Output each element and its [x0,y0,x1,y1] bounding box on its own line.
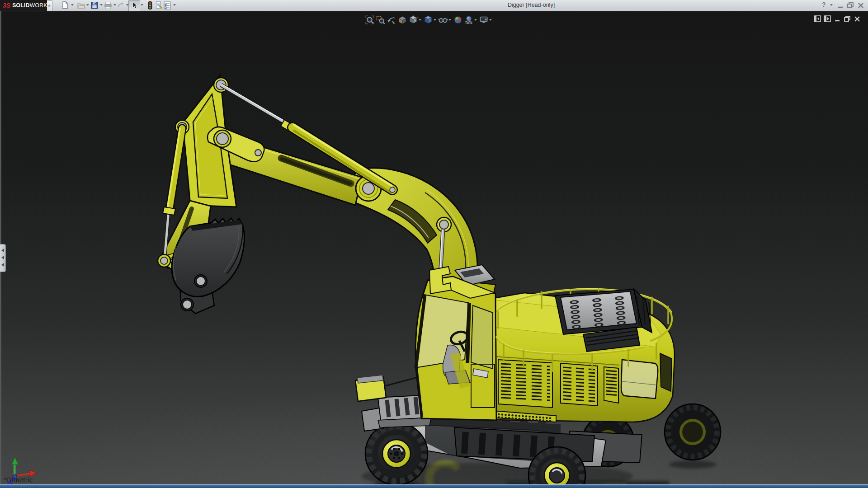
open-dropdown[interactable] [86,4,89,6]
print-dropdown[interactable] [113,4,116,6]
view-settings-icon[interactable] [479,15,489,25]
display-style-dropdown[interactable] [434,19,436,21]
front-wheel[interactable] [365,422,428,485]
view-settings-dropdown[interactable] [489,19,492,21]
window-title: Digger [Read-only] [481,2,581,8]
hide-show-items-dropdown[interactable] [448,19,451,21]
rear-wheel-far[interactable] [665,404,721,460]
display-style-icon[interactable] [423,15,433,25]
new-document-icon[interactable] [61,1,70,10]
apply-scene-icon[interactable] [464,15,474,25]
view-orientation-icon[interactable] [408,15,418,25]
file-properties-icon[interactable] [155,1,164,10]
save-dropdown[interactable] [100,4,103,6]
section-view-icon[interactable] [397,15,407,25]
solidworks-window: *Dimetric [0,0,868,488]
restore-button[interactable] [847,1,855,9]
document-window-controls [813,15,863,23]
pane-toggle-left-icon[interactable] [813,15,823,23]
solidworks-logo: 3S SOLID WORKS [0,0,47,11]
apply-scene-dropdown[interactable] [474,19,477,21]
edit-appearance-icon[interactable] [453,15,463,25]
help-dropdown[interactable] [830,4,833,6]
options-dropdown[interactable] [173,4,176,6]
new-dropdown[interactable] [71,4,74,6]
select-tool-icon[interactable] [130,1,139,10]
heads-up-view-toolbar [364,14,493,25]
rebuild-traffic-light-icon[interactable] [146,1,155,10]
doc-close-icon[interactable] [853,15,863,23]
undo-icon[interactable] [117,1,126,10]
title-bar: 3S SOLID WORKS ▸ [0,0,868,11]
doc-restore-icon[interactable] [843,15,853,23]
zoom-to-fit-icon[interactable] [365,15,375,25]
help-button[interactable]: ? [822,1,826,8]
brand-glyph: 3S [3,2,10,9]
options-icon[interactable] [163,1,172,10]
pane-toggle-right-icon[interactable] [823,15,833,23]
zoom-to-area-icon[interactable] [376,15,386,25]
select-dropdown[interactable] [141,4,143,6]
view-orientation-dropdown[interactable] [419,19,421,21]
rear-window [621,360,658,399]
print-icon[interactable] [104,1,113,10]
close-button[interactable] [857,1,865,9]
menu-expand-tab[interactable]: ▸ [47,0,52,11]
previous-view-icon[interactable] [387,15,396,25]
doc-minimize-icon[interactable] [833,15,843,23]
digger-model[interactable] [0,11,868,488]
featuremanager-collapsed-tab[interactable] [0,244,6,272]
cab[interactable] [415,277,496,420]
triple-collapse-arrow-icon [1,248,5,267]
brand-name-bold: SOLID [12,2,30,9]
view-orientation-label: *Dimetric [4,476,33,483]
graphics-viewport[interactable] [0,11,868,488]
minimize-button[interactable] [837,1,845,9]
save-icon[interactable] [90,1,99,10]
hide-show-items-icon[interactable] [438,15,448,25]
door-window [471,305,493,369]
open-icon[interactable] [77,1,86,10]
taskbar-edge [0,484,868,488]
